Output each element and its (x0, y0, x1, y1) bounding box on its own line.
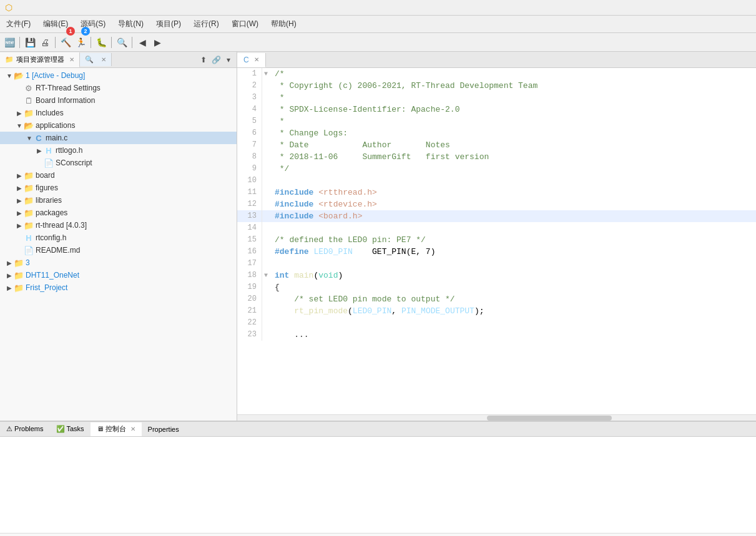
tree-label-17: DHT11_OneNet (26, 271, 79, 280)
code-line-19[interactable]: 19 { (237, 281, 756, 293)
tree-label-15: README.md (36, 246, 80, 255)
tree-item-12[interactable]: ▶📁packages (0, 207, 237, 219)
bottom-tab-2[interactable]: 🖥 控制台 ✕ (91, 422, 142, 436)
line-number-21: 21 (237, 305, 262, 317)
tree-item-18[interactable]: ▶📁Frist_Project (0, 281, 237, 294)
code-line-6[interactable]: 6 * Change Logs: (237, 127, 756, 139)
tree-item-4[interactable]: ▶📁Includes (0, 107, 237, 119)
tree-item-11[interactable]: ▶📁libraries (0, 194, 237, 207)
menu-item-导航(N)[interactable]: 导航(N) (112, 17, 150, 31)
menu-item-帮助(H)[interactable]: 帮助(H) (265, 17, 303, 31)
tab-project-close[interactable]: ✕ (69, 56, 74, 63)
line-content-22 (270, 317, 280, 329)
tree-item-1[interactable]: ▼📂1 [Active - Debug] (0, 69, 237, 82)
code-line-20[interactable]: 20 /* set LED0 pin mode to output */ (237, 293, 756, 305)
panel-menu-btn[interactable]: ▾ (223, 54, 234, 66)
tree-arrow[interactable] (15, 96, 24, 105)
code-line-13[interactable]: 13 #include <board.h> (237, 210, 756, 222)
menu-item-文件(F)[interactable]: 文件(F) (0, 17, 37, 31)
tree-arrow[interactable] (15, 84, 24, 92)
tree-item-8[interactable]: 📄SConscript (0, 157, 237, 169)
tree-arrow[interactable]: ▶ (15, 221, 24, 230)
link-editor-btn[interactable]: 🔗 (210, 54, 222, 66)
code-line-23[interactable]: 23 ... (237, 329, 756, 341)
tree-item-16[interactable]: ▶📁3 (0, 256, 237, 269)
code-line-17[interactable]: 17 (237, 258, 756, 270)
code-line-1[interactable]: 1▼/* (237, 68, 756, 80)
tree-arrow[interactable]: ▶ (35, 146, 44, 155)
tree-arrow[interactable] (35, 158, 44, 167)
tree-item-5[interactable]: ▼📂applications (0, 119, 237, 132)
tab-classic-search[interactable]: 🔍 ✕ (80, 53, 112, 66)
tree-arrow[interactable]: ▶ (5, 258, 14, 267)
collapse-all-btn[interactable]: ⬆ (198, 54, 209, 66)
tree-item-6[interactable]: ▼Cmain.c (0, 132, 237, 144)
tree-item-7[interactable]: ▶Hrttlogo.h (0, 144, 237, 157)
tree-arrow[interactable]: ▶ (15, 109, 24, 117)
tree-arrow[interactable]: ▶ (5, 271, 14, 280)
search-btn[interactable]: 🔍 (115, 36, 129, 49)
c-file-icon: C (243, 56, 249, 64)
code-line-12[interactable]: 12 #include <rtdevice.h> (237, 198, 756, 210)
tree-item-15[interactable]: 📄README.md (0, 244, 237, 256)
new-btn[interactable]: 🆕 (2, 36, 16, 49)
code-line-18[interactable]: 18▼int main(void) (237, 270, 756, 281)
print-btn[interactable]: 🖨 (38, 36, 52, 49)
tree-indent (2, 196, 15, 205)
tab-main-c[interactable]: C ✕ (237, 53, 266, 67)
tree-item-10[interactable]: ▶📁figures (0, 182, 237, 194)
tree-arrow[interactable] (15, 246, 24, 255)
line-fold-1[interactable]: ▼ (262, 68, 270, 80)
tree-arrow[interactable] (15, 233, 24, 242)
bottom-tab-1[interactable]: ✅ Tasks (50, 423, 91, 435)
line-number-18: 18 (237, 270, 262, 281)
menu-item-运行(R)[interactable]: 运行(R) (187, 17, 225, 31)
tree-item-13[interactable]: ▶📁rt-thread [4.0.3] (0, 219, 237, 231)
tree-arrow[interactable]: ▼ (15, 121, 24, 130)
tree-arrow[interactable]: ▶ (15, 171, 24, 180)
tree-arrow[interactable]: ▼ (5, 71, 14, 80)
tree-arrow[interactable]: ▼ (25, 134, 34, 142)
menu-item-源码(S)[interactable]: 源码(S) (74, 17, 112, 31)
code-line-3[interactable]: 3 * (237, 92, 756, 104)
tab-project-explorer[interactable]: 📁 项目资源管理器 ✕ (0, 52, 80, 67)
back-btn[interactable]: ◀ (135, 36, 149, 49)
code-line-11[interactable]: 11 #include <rtthread.h> (237, 187, 756, 198)
tree-arrow[interactable]: ▶ (5, 283, 14, 292)
bottom-tab-0[interactable]: ⚠ Problems (0, 423, 50, 435)
menu-item-项目(P)[interactable]: 项目(P) (150, 17, 187, 31)
tab-search-close[interactable]: ✕ (101, 56, 106, 63)
bottom-tab-3[interactable]: Properties (142, 424, 185, 435)
line-fold-18[interactable]: ▼ (262, 270, 270, 281)
code-line-8[interactable]: 8 * 2018-11-06 SummerGift first version (237, 151, 756, 163)
code-line-21[interactable]: 21 rt_pin_mode(LED0_PIN, PIN_MODE_OUTPUT… (237, 305, 756, 317)
code-line-2[interactable]: 2 * Copyright (c) 2006-2021, RT-Thread D… (237, 80, 756, 92)
code-editor[interactable]: 1▼/*2 * Copyright (c) 2006-2021, RT-Thre… (237, 68, 756, 414)
code-line-9[interactable]: 9 */ (237, 163, 756, 175)
tree-arrow[interactable]: ▶ (15, 196, 24, 205)
tab-main-c-close[interactable]: ✕ (254, 56, 259, 63)
build-btn[interactable]: 🔨 (59, 36, 72, 49)
run-btn[interactable]: 🏃 (74, 36, 87, 49)
code-line-5[interactable]: 5 * (237, 115, 756, 127)
bottom-tab-close-2[interactable]: ✕ (130, 426, 135, 432)
tree-item-9[interactable]: ▶📁board (0, 169, 237, 182)
editor-scrollbar[interactable] (237, 414, 756, 421)
forward-btn[interactable]: ▶ (150, 36, 164, 49)
tree-arrow[interactable]: ▶ (15, 208, 24, 217)
code-line-10[interactable]: 10 (237, 175, 756, 187)
tree-arrow[interactable]: ▶ (15, 183, 24, 192)
code-line-15[interactable]: 15 /* defined the LED0 pin: PE7 */ (237, 234, 756, 246)
code-line-14[interactable]: 14 (237, 222, 756, 234)
tree-item-14[interactable]: Hrtconfig.h (0, 231, 237, 244)
save-btn[interactable]: 💾 (23, 36, 37, 49)
tree-item-17[interactable]: ▶📁DHT11_OneNet (0, 269, 237, 281)
menu-item-窗口(W)[interactable]: 窗口(W) (225, 17, 265, 31)
code-line-7[interactable]: 7 * Date Author Notes (237, 139, 756, 151)
code-line-22[interactable]: 22 (237, 317, 756, 329)
debug-btn[interactable]: 🐛 (94, 36, 108, 49)
code-line-4[interactable]: 4 * SPDX-License-Identifier: Apache-2.0 (237, 104, 756, 115)
tree-item-2[interactable]: ⚙RT-Thread Settings (0, 82, 237, 94)
tree-item-3[interactable]: 🗒Board Information (0, 94, 237, 107)
code-line-16[interactable]: 16 #define LED0_PIN GET_PIN(E, 7) (237, 246, 756, 258)
